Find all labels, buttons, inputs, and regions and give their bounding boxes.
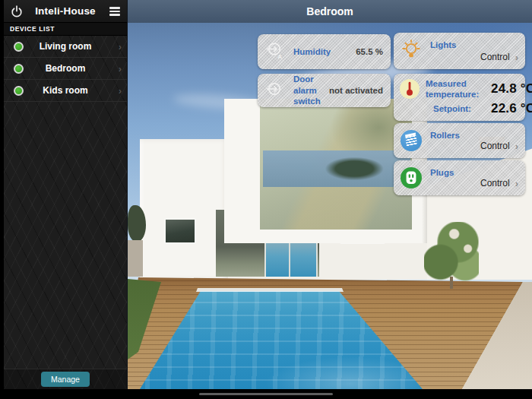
sidebar-footer: Manage	[4, 369, 127, 389]
measured-temp-value: 24.8 °C	[491, 81, 532, 97]
shrub	[424, 222, 479, 289]
rollers-icon	[401, 130, 422, 151]
manage-button[interactable]: Manage	[41, 372, 90, 387]
bottom-bar	[0, 389, 532, 399]
sidebar: Inteli-House DEVICE LIST Living room › B…	[0, 0, 127, 389]
rollers-label: Rollers	[430, 130, 460, 141]
chevron-right-icon: ›	[119, 85, 122, 97]
main-header: Bedroom	[128, 0, 532, 23]
app-root: Inteli-House DEVICE LIST Living room › B…	[0, 0, 532, 399]
status-dot-icon	[14, 42, 24, 52]
main-panel: Bedroom	[127, 0, 532, 389]
plug-outlet-icon	[401, 167, 422, 192]
chevron-right-icon: ›	[119, 41, 122, 52]
sensor-auto-letter: A	[278, 53, 283, 59]
sidebar-item-bedroom[interactable]: Bedroom ›	[4, 58, 127, 80]
status-dot-icon	[14, 86, 24, 96]
device-list-header: DEVICE LIST	[4, 23, 127, 36]
sidebar-header: Inteli-House	[4, 0, 127, 23]
setpoint-label: Setpoint:	[426, 103, 491, 114]
lights-control[interactable]: Control ›	[480, 52, 518, 62]
rollers-control[interactable]: Control ›	[480, 141, 518, 151]
lights-label: Lights	[430, 40, 457, 50]
temperature-card: Measured temperature: 24.8 °C Setpoint: …	[394, 74, 525, 121]
hamburger-menu-icon[interactable]	[107, 5, 122, 17]
humidity-value: 65.5 %	[356, 47, 383, 56]
rollers-card[interactable]: Rollers Control ›	[394, 123, 525, 158]
lights-card[interactable]: Lights Control ›	[394, 33, 525, 69]
plugs-control[interactable]: Control ›	[480, 178, 518, 188]
door-alarm-card: Door alarm switch not activated	[258, 74, 391, 107]
setpoint-value: 22.6 °C	[491, 101, 532, 116]
sidebar-item-kids-room[interactable]: Kids room ›	[4, 80, 127, 102]
chevron-right-icon: ›	[515, 179, 518, 188]
page-title: Bedroom	[306, 5, 353, 17]
measured-temp-label: Measured temperature:	[426, 78, 491, 100]
sensor-gauge-icon	[265, 80, 283, 101]
thermometer-icon	[400, 78, 420, 116]
status-dot-icon	[14, 64, 24, 74]
upper-floor-window	[260, 99, 412, 230]
chevron-right-icon: ›	[515, 141, 518, 151]
plugs-card[interactable]: Plugs Control ›	[394, 160, 525, 195]
door-alarm-label: Door alarm switch	[293, 74, 329, 106]
house-left-wall	[140, 139, 228, 280]
chevron-right-icon: ›	[119, 63, 122, 74]
home-indicator[interactable]	[199, 393, 333, 395]
chevron-right-icon: ›	[515, 52, 518, 62]
lightbulb-icon	[401, 39, 422, 65]
door-alarm-status: not activated	[329, 86, 383, 95]
plugs-label: Plugs	[430, 167, 454, 178]
sidebar-item-living-room[interactable]: Living room ›	[4, 36, 127, 58]
humidity-card: A Humidity 65.5 %	[258, 34, 391, 69]
sensor-gauge-icon: A	[265, 41, 283, 62]
humidity-label: Humidity	[293, 46, 356, 57]
